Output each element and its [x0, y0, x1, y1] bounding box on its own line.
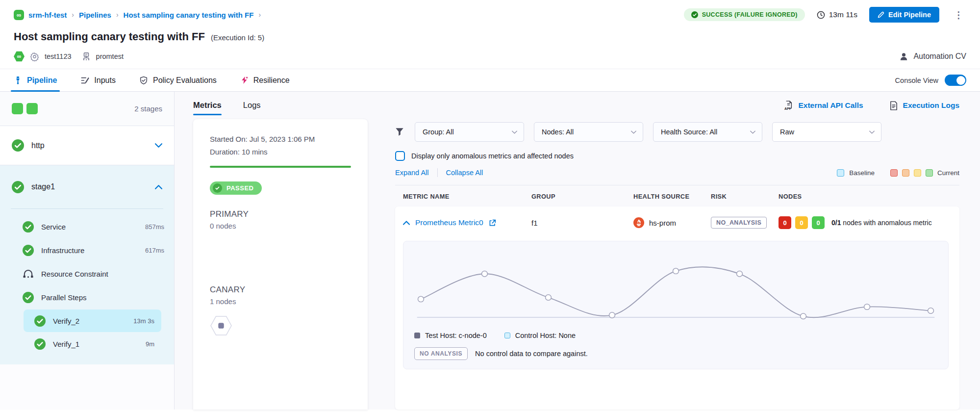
elapsed-time: 13m 11s	[817, 10, 857, 19]
step-service[interactable]: Service 857ms	[0, 215, 174, 238]
breadcrumb-pipelines[interactable]: Pipelines	[79, 11, 111, 19]
external-link-icon[interactable]	[489, 219, 496, 227]
started-on: Started On: Jul 5, 2023 1:06 PM	[210, 135, 351, 143]
risk-badge: NO_ANALYSIS	[711, 217, 767, 229]
yellow-node-count: 0	[795, 216, 808, 229]
chevron-up-icon[interactable]	[155, 185, 162, 189]
more-options-icon[interactable]: ⋮	[951, 9, 966, 21]
nodes-filter-dropdown[interactable]: Nodes: All	[534, 122, 643, 142]
step-duration: 617ms	[145, 247, 164, 254]
no-analysis-message: No control data to compare against.	[475, 350, 588, 358]
page-title: Host sampling canary testing with FF	[14, 30, 205, 43]
metrics-table-header: METRIC NAME GROUP HEALTH SOURCE RISK NOD…	[395, 185, 959, 206]
tab-resilience[interactable]: Resilience	[240, 69, 290, 91]
col-nodes: NODES	[779, 193, 959, 200]
green-node-count: 0	[812, 216, 825, 229]
service-name[interactable]: test1123	[45, 52, 72, 60]
health-source-filter-dropdown[interactable]: Health Source: All	[653, 122, 762, 142]
verify-duration: Duration: 10 mins	[210, 148, 351, 156]
clock-icon	[817, 11, 825, 19]
nodes-summary: 0/1 nodes with anomalous metric	[831, 218, 945, 228]
tab-inputs[interactable]: Inputs	[80, 69, 116, 91]
check-circle-icon	[691, 11, 698, 18]
success-check-icon	[23, 221, 34, 232]
tab-logs[interactable]: Logs	[243, 101, 261, 115]
gear-icon	[30, 52, 39, 61]
chevron-down-icon	[512, 130, 517, 134]
col-group: GROUP	[531, 193, 633, 200]
metric-chart[interactable]	[414, 255, 937, 323]
group-filter-dropdown[interactable]: Group: All	[415, 122, 524, 142]
baseline-swatch	[837, 169, 844, 177]
prometheus-icon	[633, 217, 644, 228]
breadcrumb: ∞ srm-hf-test › Pipelines › Host samplin…	[14, 7, 966, 23]
metric-row-card: Prometheus Metric0 f1 hs-prom NO_ANALYSI	[395, 206, 959, 410]
col-health-source: HEALTH SOURCE	[633, 193, 711, 200]
expand-all-link[interactable]: Expand All	[395, 169, 429, 177]
tab-metrics[interactable]: Metrics	[193, 101, 222, 115]
red-node-count: 0	[779, 216, 791, 229]
pencil-icon	[878, 11, 884, 18]
success-check-icon	[12, 181, 24, 193]
current-orange-swatch	[902, 169, 909, 177]
edit-pipeline-button[interactable]: Edit Pipeline	[869, 7, 939, 23]
step-verify-1[interactable]: Verify_1 9m	[24, 333, 161, 355]
triggered-by-user: Automation CV	[913, 52, 966, 61]
sidebar-stage-stage1[interactable]: stage1	[0, 165, 174, 208]
primary-label: PRIMARY	[210, 209, 351, 219]
console-view-toggle[interactable]	[945, 75, 966, 86]
no-analysis-badge: NO ANALYSIS	[414, 347, 468, 360]
status-badge: SUCCESS (FAILURE IGNORED)	[684, 8, 805, 21]
page-header: ∞ srm-hf-test › Pipelines › Host samplin…	[0, 0, 980, 69]
anomalous-only-checkbox[interactable]	[395, 151, 405, 161]
project-icon: ∞	[14, 10, 24, 20]
shield-check-icon	[139, 76, 148, 85]
filter-icon[interactable]	[395, 128, 404, 136]
tab-pipeline[interactable]: Pipeline	[14, 69, 57, 91]
metrics-analysis-panel: API External API Calls Execution Logs Gr…	[380, 92, 980, 410]
tab-policy-evaluations[interactable]: Policy Evaluations	[139, 69, 217, 91]
main-tabbar: Pipeline Inputs Policy Evaluations Resil…	[0, 69, 980, 92]
control-host-swatch	[504, 333, 510, 338]
stages-sidebar: 2 stages http stage1	[0, 92, 175, 410]
collapse-chevron-up-icon[interactable]	[403, 221, 410, 225]
step-duration: 9m	[146, 340, 154, 348]
anomalous-only-label: Display only anomalous metrics and affec…	[411, 152, 574, 160]
col-metric-name: METRIC NAME	[403, 193, 531, 200]
view-mode-dropdown[interactable]: Raw	[772, 122, 881, 142]
chevron-down-icon	[631, 130, 636, 134]
step-parallel-steps[interactable]: Parallel Steps	[0, 285, 174, 309]
check-icon	[213, 183, 222, 193]
connector-icon	[82, 52, 91, 61]
current-red-swatch	[890, 169, 898, 177]
test-host-swatch	[414, 333, 420, 338]
chevron-down-icon[interactable]	[155, 143, 162, 148]
current-green-swatch	[926, 169, 933, 177]
verify-status-badge: PASSED	[210, 181, 262, 195]
resilience-icon	[240, 76, 249, 84]
test-host-label: Test Host: c-node-0	[425, 332, 487, 339]
canary-node-hexagon[interactable]	[210, 315, 232, 336]
stage-square-icon	[12, 103, 23, 114]
success-check-icon	[23, 245, 34, 256]
breadcrumb-project[interactable]: srm-hf-test	[28, 11, 67, 19]
stage-square-icon	[26, 103, 38, 114]
step-verify-2[interactable]: Verify_2 13m 3s	[24, 309, 161, 332]
step-infrastructure[interactable]: Infrastructure 617ms	[0, 238, 174, 262]
external-api-calls-link[interactable]: API External API Calls	[784, 101, 863, 110]
canary-node-count: 1 nodes	[210, 297, 351, 306]
execution-id: (Execution Id: 5)	[211, 33, 264, 42]
step-resource-constraint[interactable]: Resource Constraint	[0, 262, 174, 285]
collapse-all-link[interactable]: Collapse All	[446, 169, 483, 177]
metric-group: f1	[531, 219, 633, 227]
breadcrumb-pipeline-name[interactable]: Host sampling canary testing with FF	[124, 11, 254, 19]
chevron-down-icon	[750, 130, 755, 134]
sidebar-stage-http[interactable]: http	[0, 126, 174, 165]
verify-summary-panel: Metrics Logs Started On: Jul 5, 2023 1:0…	[175, 92, 380, 410]
connector-name[interactable]: promtest	[96, 52, 124, 60]
sidebar-stage1-section: stage1 Service 857ms	[0, 165, 174, 364]
success-check-icon	[12, 139, 24, 152]
metric-name-link[interactable]: Prometheus Metric0	[415, 218, 483, 227]
health-source-name: hs-prom	[649, 219, 676, 227]
execution-logs-link[interactable]: Execution Logs	[890, 101, 959, 110]
